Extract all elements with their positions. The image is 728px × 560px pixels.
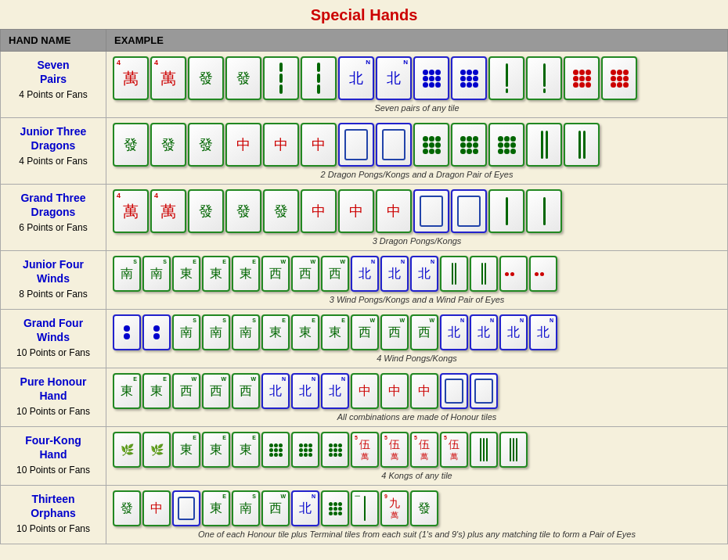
tile xyxy=(470,373,498,409)
tiles-four-kong-hand: 🌿 🌿 E東 E東 E東 xyxy=(113,432,721,468)
tile: N北 xyxy=(291,373,319,409)
tile xyxy=(413,189,449,233)
tile xyxy=(413,56,449,100)
tiles-junior-four-winds: S南 S南 E東 E東 E東 W西 W西 W西 N北 N北 N北 xyxy=(113,256,721,292)
tile: 發 xyxy=(263,189,299,233)
hand-title-junior-four-winds: Junior FourWinds xyxy=(5,257,101,285)
tile: W西 xyxy=(232,373,260,409)
tile: 5伍萬 xyxy=(380,432,409,468)
tile xyxy=(451,56,487,100)
tile: E東 xyxy=(172,432,200,468)
tile: W西 xyxy=(380,314,409,350)
tile: E東 xyxy=(261,314,290,350)
hand-title-grand-three-dragons: Grand ThreeDragons xyxy=(5,191,101,219)
tile: N北 xyxy=(440,314,468,350)
caption-four-kong-hand: 4 Kongs of any tile xyxy=(113,469,721,482)
tile: N北 xyxy=(470,314,498,350)
tile xyxy=(142,314,171,350)
tile xyxy=(488,123,524,167)
tile xyxy=(470,432,498,468)
hand-points-pure-honour-hand: 10 Points or Fans xyxy=(5,406,101,417)
tile: 中 xyxy=(263,123,299,167)
tile: 發 xyxy=(225,56,261,100)
tile: 🌿 xyxy=(142,432,171,468)
tile xyxy=(321,432,349,468)
col-header-hand-name: HAND NAME xyxy=(1,30,106,52)
tile: S南 xyxy=(202,314,230,350)
tile xyxy=(440,256,468,292)
tile xyxy=(440,373,468,409)
tile: 發 xyxy=(188,123,224,167)
tile xyxy=(488,56,524,100)
tile: N 北 xyxy=(376,56,412,100)
tile: W西 xyxy=(351,314,379,350)
tile: S南 xyxy=(113,256,141,292)
tile: S南 xyxy=(232,490,260,526)
tile: 發 xyxy=(113,490,141,526)
tile: 發 xyxy=(150,123,186,167)
tile: N北 xyxy=(261,373,290,409)
hand-title-grand-four-winds: Grand FourWinds xyxy=(5,316,101,344)
tile: E東 xyxy=(232,432,260,468)
tile: 中 xyxy=(351,373,379,409)
main-table: HAND NAME EXAMPLE SevenPairs 4 Points or… xyxy=(0,29,728,544)
tile xyxy=(172,490,200,526)
tile: 發 xyxy=(113,123,149,167)
tile xyxy=(564,123,600,167)
tile: W西 xyxy=(202,373,230,409)
tile: W西 xyxy=(410,314,438,350)
tile: E東 xyxy=(232,256,260,292)
hand-points-grand-three-dragons: 6 Points or Fans xyxy=(5,222,101,233)
caption-grand-four-winds: 4 Wind Pongs/Kongs xyxy=(113,352,721,364)
tiles-grand-three-dragons: 4萬 4萬 發 發 發 中 中 中 xyxy=(113,189,721,233)
tile: 中 xyxy=(380,373,409,409)
hand-title-seven-pairs: SevenPairs xyxy=(5,58,101,86)
tile: 5伍萬 xyxy=(440,432,468,468)
tile: 中 xyxy=(301,189,337,233)
tile: 5伍萬 xyxy=(410,432,438,468)
tile: 4 萬 xyxy=(113,56,149,100)
tile: 中 xyxy=(142,490,171,526)
tiles-grand-four-winds: S南 S南 S南 E東 E東 E東 W西 W西 W西 N北 N北 N北 xyxy=(113,314,721,350)
tile: N北 xyxy=(321,373,349,409)
tile xyxy=(113,314,141,350)
row-junior-four-winds: Junior FourWinds 8 Points or Fans S南 S南 … xyxy=(1,251,728,310)
tile: W西 xyxy=(321,256,349,292)
tile: 🌿 xyxy=(113,432,141,468)
tile xyxy=(263,56,299,100)
tile xyxy=(601,56,637,100)
tile: W西 xyxy=(291,256,319,292)
caption-grand-three-dragons: 3 Dragon Pongs/Kongs xyxy=(113,235,721,247)
tile: 中 xyxy=(376,189,412,233)
tile xyxy=(413,123,449,167)
tile: 一 xyxy=(351,490,379,526)
caption-thirteen-orphans: One of each Honour tile plus Terminal ti… xyxy=(113,528,721,540)
tile xyxy=(301,56,337,100)
tiles-pure-honour-hand: E東 E東 W西 W西 W西 N北 N北 N北 中 中 中 xyxy=(113,373,721,409)
row-four-kong-hand: Four-KongHand 10 Points or Fans 🌿 🌿 E東 E… xyxy=(1,427,728,486)
row-pure-honour-hand: Pure HonourHand 10 Points or Fans E東 E東 … xyxy=(1,368,728,427)
tile xyxy=(526,56,562,100)
hand-points-four-kong-hand: 10 Points or Fans xyxy=(5,465,101,476)
tile: 4萬 xyxy=(150,189,186,233)
tile: E東 xyxy=(321,314,349,350)
tile: W西 xyxy=(261,490,290,526)
tile: 5伍萬 xyxy=(351,432,379,468)
tile: E東 xyxy=(172,256,200,292)
tile: 中 xyxy=(225,123,261,167)
tile xyxy=(321,490,349,526)
tile: 發 xyxy=(188,56,224,100)
tile: E東 xyxy=(202,256,230,292)
tile xyxy=(451,189,487,233)
tile: E東 xyxy=(142,373,171,409)
tile: S南 xyxy=(172,314,200,350)
tile: N 北 xyxy=(338,56,374,100)
tile xyxy=(291,432,319,468)
tile: S南 xyxy=(232,314,260,350)
tile: W西 xyxy=(261,256,290,292)
tile: 發 xyxy=(188,189,224,233)
tile: 4萬 xyxy=(113,189,149,233)
tile: 4 萬 xyxy=(150,56,186,100)
tile: E東 xyxy=(202,432,230,468)
tile: N北 xyxy=(380,256,409,292)
